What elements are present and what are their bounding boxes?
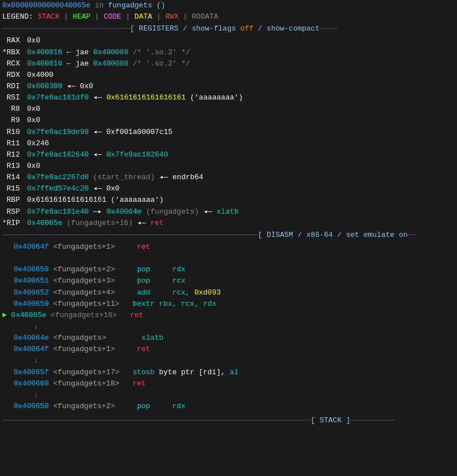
disasm-label-6: <fungadgets> [49, 332, 106, 344]
legend-sep2: | [90, 11, 103, 23]
disasm-label-7: <fungadgets+1> [49, 344, 115, 355]
reg-rip: *RIP 0x40065e (fungadgets+16) ◂— ret [0, 218, 457, 229]
no-arrow-3 [2, 275, 14, 287]
reg-name-rip: *RIP [2, 218, 23, 229]
down-arrow-2: ↓ [0, 355, 457, 366]
reg-name-rdi: RDI [2, 81, 23, 92]
disasm-instr-1: ret [137, 241, 150, 253]
reg-r8: R8 0x0 [0, 103, 457, 115]
disasm-addr-3: 0x400651 [14, 275, 49, 287]
legend-heap: HEAP [73, 11, 90, 23]
reg-rsi: RSI 0x7fe9ac181df0 ◂— 0x6161616161616161… [0, 92, 457, 103]
disasm-label-2: <fungadgets+2> [49, 264, 115, 275]
registers-divider-right: ──── [320, 23, 337, 34]
stack-divider-right: ────────── [350, 415, 394, 426]
legend-sep4: | [152, 11, 165, 23]
reg-name-r11: R11 [2, 138, 23, 149]
no-arrow-6 [2, 332, 14, 344]
reg-rcx: RCX 0x400016 ← jae 0x400088 /* '.so.2' *… [0, 58, 457, 70]
legend-rodata: RODATA [192, 11, 219, 23]
legend-sep3: | [121, 11, 134, 23]
stack-divider-left: ────────────────────────────────────────… [2, 415, 311, 426]
disasm-instr-7: ret [137, 344, 150, 355]
disasm-addr-4: 0x400652 [14, 287, 49, 298]
down-arrow-1: ↓ [0, 321, 457, 332]
top-function: fungadgets () [108, 0, 165, 11]
disasm-addr-7: 0x40064f [14, 344, 49, 355]
no-arrow-8 [2, 367, 14, 378]
disasm-arg3-5: rdx [203, 298, 216, 310]
disasm-addr-6: 0x40064e [14, 332, 49, 344]
disasm-line-400652: 0x400652 <fungadgets+4> add rcx, 0xd093 [0, 287, 457, 298]
legend-sep5: | [179, 11, 191, 23]
reg-rbx: *RBX 0x400016 ← jae 0x400088 /* '.so.2' … [0, 47, 457, 58]
disasm-header-text: [ DISASM / x86-64 / set emulate on [258, 230, 407, 241]
disasm-instr-current: ret [130, 310, 143, 321]
disasm-arg-2: rdx [172, 264, 185, 275]
reg-r9: R9 0x0 [0, 115, 457, 126]
disasm-arg1-5: rbx, [159, 298, 176, 310]
reg-r12: R12 0x7fe9ac182640 ◂— 0x7fe9ac182640 [0, 149, 457, 161]
disasm-line-40065f: 0x40065f <fungadgets+17> stosb byte ptr … [0, 367, 457, 378]
down-arrow-icon-2: ↓ [34, 355, 38, 366]
reg-name-rsp: RSP [2, 206, 23, 218]
disasm-label-current: <fungadgets+16> [46, 310, 117, 321]
reg-name-r10: R10 [2, 127, 23, 138]
disasm-line-40064f-2: 0x40064f <fungadgets+1> ret [0, 344, 457, 355]
down-arrow-icon-3: ↓ [34, 390, 38, 401]
down-arrow-3: ↓ [0, 390, 457, 401]
disasm-blank-1 [0, 253, 457, 264]
registers-header: ───────────────────────────── [ REGISTER… [0, 23, 457, 35]
no-arrow-2 [2, 264, 14, 275]
legend-label: LEGEND: [2, 11, 37, 23]
disasm-label-3: <fungadgets+3> [49, 275, 115, 287]
disasm-addr-1: 0x40064f [14, 241, 49, 253]
disasm-line-400651: 0x400651 <fungadgets+3> pop rcx [0, 275, 457, 287]
reg-name-rax: RAX [2, 35, 23, 46]
reg-rbp: RBP 0x6161616161616161 ('aaaaaaaa') [0, 194, 457, 206]
disasm-arg2-8: al [229, 367, 238, 378]
legend-rwx: RWX [166, 11, 179, 23]
stack-header-text: [ STACK ] [311, 415, 350, 426]
disasm-line-40065e-current: ► 0x40065e <fungadgets+16> ret [0, 310, 457, 321]
terminal: 0x00000000000040065e in fungadgets () LE… [0, 0, 457, 427]
disasm-label-4: <fungadgets+4> [49, 287, 115, 298]
reg-rsp: RSP 0x7fe9ac181e40 —▸ 0x40064e (fungadge… [0, 206, 457, 218]
registers-header-text: [ REGISTERS / show-flags off / show-comp… [130, 23, 319, 34]
disasm-label-10: <fungadgets+2> [49, 401, 115, 412]
reg-rax: RAX 0x0 [0, 35, 457, 46]
reg-name-r12: R12 [2, 149, 23, 161]
disasm-line-400659: 0x400659 <fungadgets+11> bextr rbx, rcx,… [0, 298, 457, 310]
disasm-line-400660: 0x400660 <fungadgets+18> ret [0, 378, 457, 390]
current-arrow-icon: ► [2, 310, 11, 321]
reg-r14: R14 0x7fe9ac2267d0 (start_thread) ◂— end… [0, 172, 457, 183]
reg-r13: R13 0x0 [0, 161, 457, 172]
reg-name-r15: R15 [2, 183, 23, 194]
reg-name-r9: R9 [2, 115, 23, 126]
disasm-line-400650-2: 0x400650 <fungadgets+2> pop rdx [0, 401, 457, 412]
disasm-instr-3: pop [137, 275, 150, 287]
no-arrow-4 [2, 287, 14, 298]
no-arrow-7 [2, 344, 14, 355]
reg-rdi: RDI 0x600300 ◂— 0x0 [0, 81, 457, 92]
disasm-divider-left: ────────────────────────────────────────… [2, 230, 258, 241]
no-arrow-1 [2, 241, 14, 253]
stack-footer: ────────────────────────────────────────… [0, 414, 457, 427]
disasm-header: ────────────────────────────────────────… [0, 229, 457, 241]
down-arrow-icon-1: ↓ [34, 321, 38, 332]
no-arrow-9 [2, 378, 14, 390]
reg-name-r14: R14 [2, 172, 23, 183]
disasm-label-8: <fungadgets+17> [49, 367, 119, 378]
disasm-addr-9: 0x400660 [14, 378, 49, 390]
disasm-arg1-4: rcx, [172, 287, 190, 298]
disasm-arg-3: rcx [172, 275, 185, 287]
reg-name-r13: R13 [2, 161, 23, 172]
reg-name-rdx: RDX [2, 70, 23, 81]
disasm-instr-6: xlatb [141, 332, 163, 344]
disasm-instr-2: pop [137, 264, 150, 275]
reg-r11: R11 0x246 [0, 138, 457, 149]
disasm-addr-10: 0x400650 [14, 401, 49, 412]
disasm-line-40064f-1: 0x40064f <fungadgets+1> ret [0, 241, 457, 253]
reg-name-rbx: *RBX [2, 47, 23, 58]
legend-stack: STACK [37, 11, 59, 23]
